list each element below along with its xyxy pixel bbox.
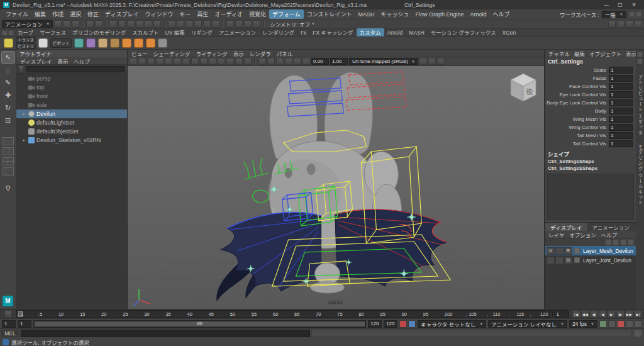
- viewport-menu-item[interactable]: ビュー: [131, 50, 148, 57]
- snap-curve-icon[interactable]: [118, 20, 126, 28]
- channel-value-field[interactable]: 1: [609, 132, 633, 139]
- isolate-select-icon[interactable]: [428, 58, 436, 65]
- gate-mask-icon[interactable]: [218, 58, 225, 65]
- viewport-menu-item[interactable]: パネル: [277, 50, 293, 57]
- menu-item[interactable]: Arnold: [467, 11, 490, 18]
- shelf-chip-button[interactable]: トランス: [16, 37, 36, 43]
- shelf-menu-icon[interactable]: [2, 30, 8, 36]
- shelf-tab[interactable]: スカルプト: [129, 28, 162, 36]
- layer-row[interactable]: RLayer_Joint_Devilun: [545, 255, 636, 265]
- viewport-canvas[interactable]: 後 persp: [128, 66, 544, 309]
- move-layer-down-icon[interactable]: [628, 239, 634, 245]
- workspace-save-icon[interactable]: [636, 11, 641, 17]
- channel-value-field[interactable]: 1: [609, 140, 633, 147]
- select-tool[interactable]: ↖: [2, 52, 14, 64]
- all-lights-icon[interactable]: [267, 58, 275, 65]
- open-scene-icon[interactable]: [63, 20, 70, 28]
- dock-icon[interactable]: [637, 52, 643, 57]
- menu-item[interactable]: 視覚化: [246, 9, 269, 19]
- shelf-tab[interactable]: カスタム: [357, 28, 384, 36]
- anim-layer-dropdown[interactable]: アニメーション レイヤなし▼: [488, 320, 567, 328]
- zoom-tool[interactable]: ⚲: [2, 182, 14, 194]
- curve-tool-icon[interactable]: [4, 38, 13, 48]
- go-to-end-button[interactable]: ▶|: [634, 310, 642, 318]
- outliner-item[interactable]: ▸Devilun_Skeleton_v02RN: [16, 136, 127, 145]
- menu-item[interactable]: ディスプレイ: [102, 9, 142, 19]
- layer-toggle-p[interactable]: [555, 247, 564, 255]
- command-input[interactable]: [21, 330, 310, 337]
- 2d-pan-zoom-icon[interactable]: [174, 58, 181, 65]
- channel-value-field[interactable]: 1: [609, 124, 633, 131]
- pencil-tool-icon[interactable]: [38, 38, 48, 48]
- rotate-tool[interactable]: ↻: [2, 102, 14, 114]
- channel-value-field[interactable]: 1: [609, 83, 633, 90]
- go-to-start-button[interactable]: |◀: [572, 310, 580, 318]
- set-breakdown-icon[interactable]: [408, 320, 416, 328]
- outliner-item[interactable]: side: [16, 101, 127, 109]
- playback-start-field[interactable]: 1: [18, 320, 31, 328]
- playback-loop-icon[interactable]: [599, 320, 607, 328]
- current-frame-field[interactable]: 1: [554, 310, 569, 318]
- new-scene-icon[interactable]: [54, 20, 62, 28]
- snap-view-plane-icon[interactable]: [145, 20, 152, 28]
- joint-tool-icon[interactable]: [98, 38, 108, 48]
- playback-speed-icon[interactable]: [608, 320, 616, 328]
- bookmarks-icon[interactable]: [156, 58, 164, 65]
- channel-box-menu-item[interactable]: チャネル: [548, 50, 570, 57]
- step-back-key-button[interactable]: ◀|: [590, 310, 598, 318]
- menu-item[interactable]: ウィンドウ: [142, 9, 176, 19]
- viewport-menu-item[interactable]: シェーディング: [153, 50, 191, 57]
- channel-name[interactable]: Wing Control Vis: [545, 125, 609, 130]
- default-lighting-icon[interactable]: [258, 58, 266, 65]
- outliner-item[interactable]: defaultLightSet: [16, 118, 127, 127]
- shelf-tab[interactable]: MASH: [406, 30, 428, 36]
- control-box-icon[interactable]: [134, 38, 143, 48]
- channel-name[interactable]: Body: [545, 108, 609, 114]
- snap-grid-icon[interactable]: [109, 20, 117, 28]
- outliner-menu-item[interactable]: ヘルプ: [74, 57, 90, 65]
- step-forward-frame-button[interactable]: ▶▶: [625, 310, 633, 318]
- menu-item[interactable]: コンストレイント: [304, 9, 355, 19]
- layout-two-pane[interactable]: [3, 147, 14, 155]
- shelf-tab[interactable]: Arnold: [384, 30, 406, 36]
- menu-item[interactable]: デフォーム: [269, 9, 304, 19]
- modeling-toolkit-icon[interactable]: [608, 20, 616, 28]
- panel-tab[interactable]: モデリング ツールキット: [636, 145, 643, 206]
- sphere-primitive-icon[interactable]: [158, 38, 167, 48]
- menu-item[interactable]: オーディオ: [212, 9, 246, 19]
- render-icon[interactable]: [226, 20, 234, 28]
- lock-camera-icon[interactable]: [138, 58, 146, 65]
- menu-item[interactable]: 作成: [49, 9, 67, 19]
- control-circle-icon[interactable]: [122, 38, 131, 48]
- pivot-button[interactable]: ピボット: [50, 38, 72, 48]
- shelf-tab[interactable]: アニメーション: [216, 28, 259, 36]
- safe-action-icon[interactable]: [235, 58, 243, 65]
- timeline-ruler[interactable]: 1510152025303540455055606570758085909510…: [16, 310, 553, 318]
- layer-toggle-v[interactable]: V: [547, 247, 555, 255]
- shelf-tab[interactable]: UV 編集: [162, 28, 188, 36]
- outliner-menu-item[interactable]: 表示: [57, 57, 68, 65]
- render-settings-icon[interactable]: [244, 20, 252, 28]
- shelf-tab[interactable]: レンダリング: [259, 28, 297, 36]
- fps-dropdown[interactable]: 24 fps▼: [569, 320, 597, 328]
- channel-name[interactable]: Tail Control Vis: [545, 141, 609, 147]
- move-tool[interactable]: ✚: [2, 89, 14, 101]
- channel-value-field[interactable]: 1: [609, 67, 633, 74]
- outliner-item[interactable]: defaultObjectSet: [16, 127, 127, 136]
- mute-icon[interactable]: [626, 320, 633, 328]
- layout-four-pane[interactable]: [3, 157, 14, 165]
- channel-box-menu-item[interactable]: 編集: [574, 50, 585, 57]
- shelf-tab[interactable]: リギング: [188, 28, 216, 36]
- viewport-menu-item[interactable]: ライティング: [196, 50, 227, 57]
- move-layer-up-icon[interactable]: [620, 239, 626, 245]
- shelf-tab[interactable]: モーション グラフィックス: [428, 28, 499, 36]
- outliner-list[interactable]: persptopfrontside▸DevilundefaultLightSet…: [16, 74, 127, 309]
- minimize-button[interactable]: —: [599, 2, 613, 8]
- tool-settings-icon[interactable]: [626, 20, 633, 28]
- channel-box-icon[interactable]: [635, 20, 642, 28]
- ambient-occlusion-icon[interactable]: [285, 58, 292, 65]
- shelf-tab[interactable]: FX キャッシング: [309, 28, 356, 36]
- anti-aliasing-icon[interactable]: [303, 58, 310, 65]
- range-bar[interactable]: 60: [33, 320, 366, 328]
- channel-name[interactable]: Body Eye Look Control Vis: [545, 100, 609, 106]
